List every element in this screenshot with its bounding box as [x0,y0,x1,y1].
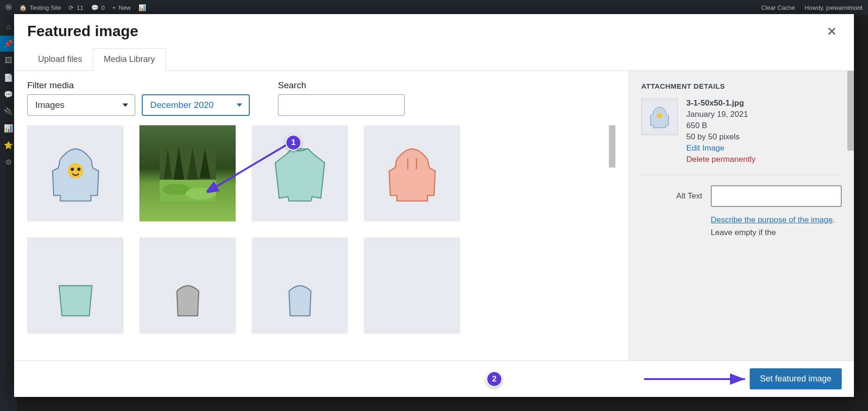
featured-image-modal: Featured image ✕ Upload files Media Libr… [14,14,854,15]
howdy-user[interactable]: Howdy, joewarnimont [805,4,862,11]
new-button[interactable]: + New [112,4,131,11]
admin-bar: ⓦ 🏠 Testing Site ⟳ 11 💬 0 + New 📊 Clear … [0,0,868,15]
stats-icon[interactable]: 📊 [138,4,146,11]
updates-badge[interactable]: ⟳ 11 [69,4,83,11]
site-name[interactable]: 🏠 Testing Site [19,4,61,11]
wp-logo-icon[interactable]: ⓦ [6,3,12,12]
clear-cache-link[interactable]: Clear Cache [761,4,795,11]
comments-badge[interactable]: 💬 0 [91,4,105,11]
